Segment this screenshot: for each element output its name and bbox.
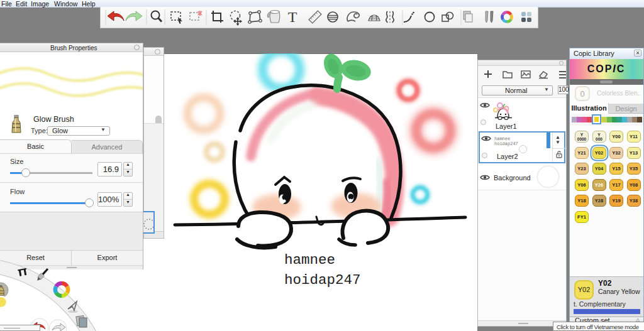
svg-text:COPIC: COPIC <box>587 63 626 74</box>
svg-text:T: T <box>288 9 297 25</box>
svg-text:hoidap247: hoidap247 <box>284 272 361 288</box>
svg-text:hamnee: hamnee <box>284 252 335 268</box>
